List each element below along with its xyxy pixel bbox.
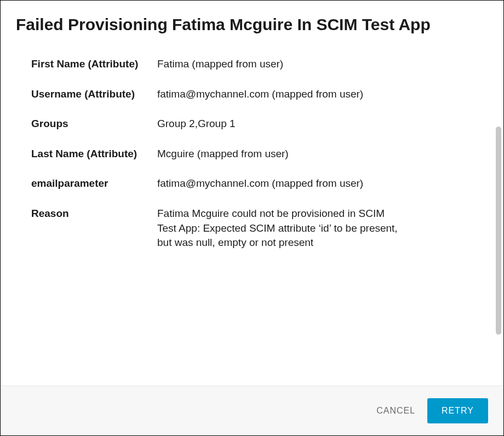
field-groups: Groups Group 2,Group 1 (31, 117, 482, 131)
dialog-footer: CANCEL RETRY (1, 386, 503, 435)
field-label: Username (Attribute) (31, 87, 157, 102)
scrollbar-thumb[interactable] (496, 127, 501, 335)
field-username: Username (Attribute) fatima@mychannel.co… (31, 87, 482, 102)
field-reason: Reason Fatima Mcguire could not be provi… (31, 206, 482, 250)
field-emailparameter: emailparameter fatima@mychannel.com (map… (31, 176, 482, 191)
field-value: Group 2,Group 1 (157, 117, 398, 131)
field-first-name: First Name (Attribute) Fatima (mapped fr… (31, 57, 482, 72)
field-label: Reason (31, 206, 157, 221)
field-label: emailparameter (31, 176, 157, 191)
field-value: fatima@mychannel.com (mapped from user) (157, 176, 398, 191)
field-label: Last Name (Attribute) (31, 147, 157, 162)
dialog-body: First Name (Attribute) Fatima (mapped fr… (1, 35, 503, 386)
dialog-header: Failed Provisioning Fatima Mcguire In SC… (1, 1, 503, 35)
field-label: Groups (31, 117, 157, 131)
dialog-title: Failed Provisioning Fatima Mcguire In SC… (16, 14, 488, 35)
field-value: Mcguire (mapped from user) (157, 147, 398, 162)
retry-button[interactable]: RETRY (427, 398, 488, 423)
field-last-name: Last Name (Attribute) Mcguire (mapped fr… (31, 147, 482, 162)
provisioning-error-dialog: Failed Provisioning Fatima Mcguire In SC… (1, 1, 503, 435)
field-value: fatima@mychannel.com (mapped from user) (157, 87, 398, 102)
field-value: Fatima (mapped from user) (157, 57, 398, 72)
field-label: First Name (Attribute) (31, 57, 157, 72)
field-value: Fatima Mcguire could not be provisioned … (157, 206, 398, 250)
cancel-button[interactable]: CANCEL (374, 399, 417, 422)
